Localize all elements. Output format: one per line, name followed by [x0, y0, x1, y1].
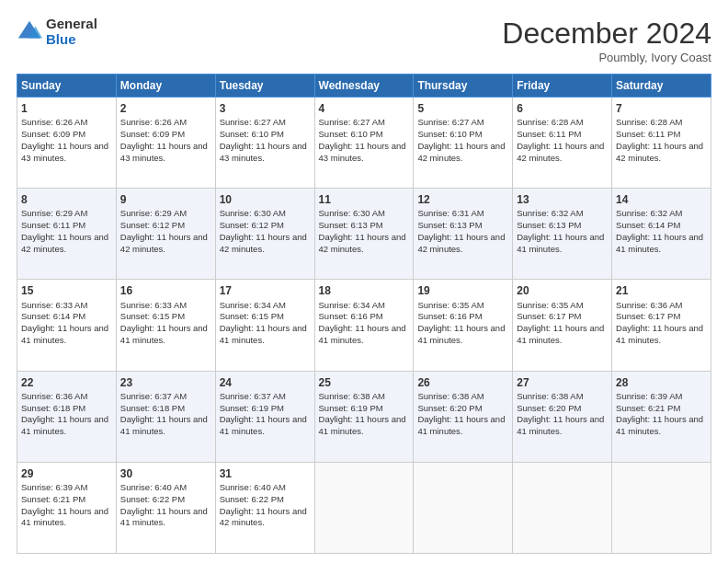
calendar-week-4: 22Sunrise: 6:36 AMSunset: 6:18 PMDayligh…: [17, 371, 711, 462]
calendar-week-5: 29Sunrise: 6:39 AMSunset: 6:21 PMDayligh…: [17, 462, 711, 553]
table-row: 20Sunrise: 6:35 AMSunset: 6:17 PMDayligh…: [513, 280, 612, 371]
calendar-table: Sunday Monday Tuesday Wednesday Thursday…: [17, 74, 711, 554]
logo: General Blue: [17, 17, 97, 47]
table-row: 5Sunrise: 6:27 AMSunset: 6:10 PMDaylight…: [414, 98, 513, 189]
table-row: 3Sunrise: 6:27 AMSunset: 6:10 PMDaylight…: [215, 98, 314, 189]
table-row: 15Sunrise: 6:33 AMSunset: 6:14 PMDayligh…: [17, 280, 117, 371]
table-row: 7Sunrise: 6:28 AMSunset: 6:11 PMDaylight…: [612, 98, 711, 189]
day-number: 23: [120, 375, 211, 390]
col-monday: Monday: [116, 75, 215, 98]
table-row: 26Sunrise: 6:38 AMSunset: 6:20 PMDayligh…: [414, 371, 513, 462]
table-row: 31Sunrise: 6:40 AMSunset: 6:22 PMDayligh…: [215, 462, 314, 553]
day-number: 11: [319, 192, 410, 207]
table-row: 19Sunrise: 6:35 AMSunset: 6:16 PMDayligh…: [414, 280, 513, 371]
day-number: 7: [616, 101, 707, 116]
table-row: 13Sunrise: 6:32 AMSunset: 6:13 PMDayligh…: [513, 189, 612, 280]
page: General Blue December 2024 Poumbly, Ivor…: [0, 0, 728, 563]
col-friday: Friday: [513, 75, 612, 98]
table-row: [414, 462, 513, 553]
table-row: 27Sunrise: 6:38 AMSunset: 6:20 PMDayligh…: [513, 371, 612, 462]
table-row: 18Sunrise: 6:34 AMSunset: 6:16 PMDayligh…: [314, 280, 414, 371]
table-row: [513, 462, 612, 553]
day-number: 12: [417, 192, 508, 207]
month-title: December 2024: [502, 17, 711, 51]
logo-text: General Blue: [46, 17, 97, 47]
table-row: [612, 462, 711, 553]
day-number: 17: [220, 283, 311, 298]
day-number: 9: [120, 192, 211, 207]
day-number: 20: [517, 283, 608, 298]
day-number: 13: [517, 192, 608, 207]
day-number: 1: [21, 101, 112, 116]
header-row: Sunday Monday Tuesday Wednesday Thursday…: [17, 75, 711, 98]
table-row: 9Sunrise: 6:29 AMSunset: 6:12 PMDaylight…: [116, 189, 215, 280]
day-number: 29: [21, 466, 112, 481]
calendar-week-3: 15Sunrise: 6:33 AMSunset: 6:14 PMDayligh…: [17, 280, 711, 371]
table-row: 21Sunrise: 6:36 AMSunset: 6:17 PMDayligh…: [612, 280, 711, 371]
calendar-week-2: 8Sunrise: 6:29 AMSunset: 6:11 PMDaylight…: [17, 189, 711, 280]
table-row: 30Sunrise: 6:40 AMSunset: 6:22 PMDayligh…: [116, 462, 215, 553]
day-number: 14: [616, 192, 707, 207]
logo-general-text: General: [46, 17, 97, 32]
day-number: 16: [120, 283, 211, 298]
table-row: 1Sunrise: 6:26 AMSunset: 6:09 PMDaylight…: [17, 98, 117, 189]
day-number: 4: [319, 101, 410, 116]
table-row: 12Sunrise: 6:31 AMSunset: 6:13 PMDayligh…: [414, 189, 513, 280]
table-row: 17Sunrise: 6:34 AMSunset: 6:15 PMDayligh…: [215, 280, 314, 371]
table-row: 2Sunrise: 6:26 AMSunset: 6:09 PMDaylight…: [116, 98, 215, 189]
table-row: 4Sunrise: 6:27 AMSunset: 6:10 PMDaylight…: [314, 98, 414, 189]
day-number: 8: [21, 192, 112, 207]
day-number: 10: [220, 192, 311, 207]
day-number: 28: [616, 375, 707, 390]
day-number: 22: [21, 375, 112, 390]
logo-icon: [17, 19, 42, 45]
day-number: 6: [517, 101, 608, 116]
table-row: 11Sunrise: 6:30 AMSunset: 6:13 PMDayligh…: [314, 189, 414, 280]
table-row: 23Sunrise: 6:37 AMSunset: 6:18 PMDayligh…: [116, 371, 215, 462]
day-number: 15: [21, 283, 112, 298]
col-sunday: Sunday: [17, 75, 117, 98]
col-saturday: Saturday: [612, 75, 711, 98]
table-row: 10Sunrise: 6:30 AMSunset: 6:12 PMDayligh…: [215, 189, 314, 280]
header: General Blue December 2024 Poumbly, Ivor…: [17, 17, 711, 64]
day-number: 27: [517, 375, 608, 390]
table-row: 25Sunrise: 6:38 AMSunset: 6:19 PMDayligh…: [314, 371, 414, 462]
table-row: 24Sunrise: 6:37 AMSunset: 6:19 PMDayligh…: [215, 371, 314, 462]
table-row: 8Sunrise: 6:29 AMSunset: 6:11 PMDaylight…: [17, 189, 117, 280]
day-number: 21: [616, 283, 707, 298]
day-number: 3: [220, 101, 311, 116]
day-number: 24: [220, 375, 311, 390]
table-row: 22Sunrise: 6:36 AMSunset: 6:18 PMDayligh…: [17, 371, 117, 462]
day-number: 2: [120, 101, 211, 116]
col-wednesday: Wednesday: [314, 75, 414, 98]
col-tuesday: Tuesday: [215, 75, 314, 98]
table-row: 16Sunrise: 6:33 AMSunset: 6:15 PMDayligh…: [116, 280, 215, 371]
calendar-week-1: 1Sunrise: 6:26 AMSunset: 6:09 PMDaylight…: [17, 98, 711, 189]
table-row: 29Sunrise: 6:39 AMSunset: 6:21 PMDayligh…: [17, 462, 117, 553]
day-number: 26: [417, 375, 508, 390]
col-thursday: Thursday: [414, 75, 513, 98]
logo-blue-text: Blue: [46, 32, 97, 48]
day-number: 18: [319, 283, 410, 298]
title-block: December 2024 Poumbly, Ivory Coast: [502, 17, 711, 64]
location-subtitle: Poumbly, Ivory Coast: [502, 51, 711, 64]
day-number: 5: [417, 101, 508, 116]
table-row: 6Sunrise: 6:28 AMSunset: 6:11 PMDaylight…: [513, 98, 612, 189]
day-number: 31: [220, 466, 311, 481]
table-row: 14Sunrise: 6:32 AMSunset: 6:14 PMDayligh…: [612, 189, 711, 280]
day-number: 30: [120, 466, 211, 481]
table-row: [314, 462, 414, 553]
day-number: 19: [417, 283, 508, 298]
table-row: 28Sunrise: 6:39 AMSunset: 6:21 PMDayligh…: [612, 371, 711, 462]
day-number: 25: [319, 375, 410, 390]
